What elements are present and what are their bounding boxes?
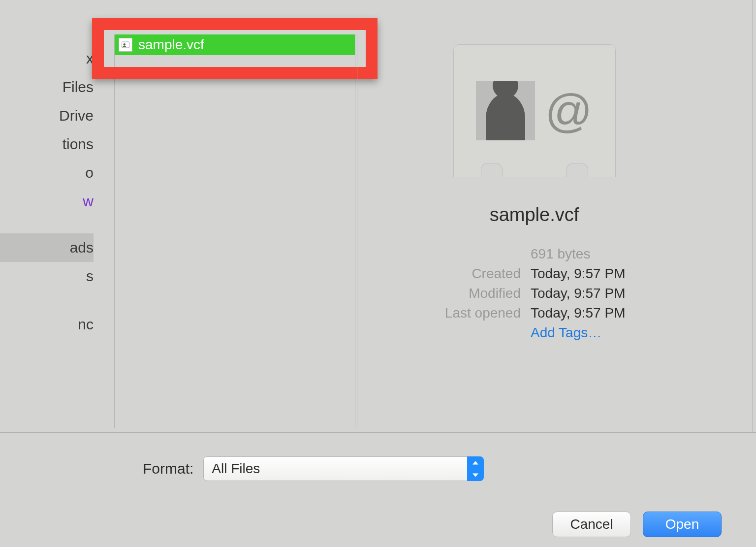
annotation-highlight bbox=[92, 18, 378, 79]
format-select[interactable]: All Files bbox=[203, 456, 484, 481]
vcf-preview-icon: @ bbox=[453, 44, 616, 177]
preview-panel: @ sample.vcf 691 bytes Created Today, 9:… bbox=[357, 34, 711, 428]
sidebar-item-0[interactable]: x bbox=[0, 44, 94, 73]
created-value: Today, 9:57 PM bbox=[531, 266, 644, 282]
add-tags-link[interactable]: Add Tags… bbox=[531, 325, 644, 341]
dialog-actions: Cancel Open bbox=[552, 512, 722, 537]
preview-filename: sample.vcf bbox=[490, 204, 579, 225]
open-dialog: x Files Drive tions o w ads s nc sample.… bbox=[0, 0, 756, 547]
format-row: Format: All Files bbox=[143, 456, 484, 481]
sidebar-item-1[interactable]: Files bbox=[0, 73, 94, 101]
modified-value: Today, 9:57 PM bbox=[531, 286, 644, 301]
modified-label: Modified bbox=[425, 286, 521, 301]
lastopened-label: Last opened bbox=[425, 305, 521, 321]
at-sign-icon: @ bbox=[545, 84, 592, 138]
file-list-column: sample.vcf bbox=[114, 34, 355, 428]
lastopened-value: Today, 9:57 PM bbox=[531, 305, 644, 321]
sidebar-item-6[interactable]: ads bbox=[0, 233, 94, 262]
sidebar-item-8[interactable]: nc bbox=[0, 310, 94, 339]
sidebar-item-4[interactable]: o bbox=[0, 159, 94, 187]
person-silhouette-icon bbox=[476, 81, 535, 140]
sidebar-item-2[interactable]: Drive bbox=[0, 101, 94, 130]
sidebar-item-7[interactable]: s bbox=[0, 262, 94, 290]
select-stepper-icon[interactable] bbox=[467, 456, 484, 481]
format-value: All Files bbox=[212, 461, 260, 477]
sidebar-item-5[interactable]: w bbox=[0, 187, 94, 216]
file-size: 691 bytes bbox=[531, 246, 644, 262]
format-label: Format: bbox=[143, 460, 193, 477]
open-button[interactable]: Open bbox=[643, 512, 722, 537]
cancel-button[interactable]: Cancel bbox=[552, 512, 631, 537]
preview-metadata: 691 bytes Created Today, 9:57 PM Modifie… bbox=[425, 246, 644, 341]
sidebar: x Files Drive tions o w ads s nc bbox=[0, 44, 94, 339]
bottom-bar: Format: All Files Cancel Open bbox=[0, 432, 756, 547]
sidebar-item-3[interactable]: tions bbox=[0, 130, 94, 159]
created-label: Created bbox=[425, 266, 521, 282]
right-edge-divider bbox=[752, 0, 756, 432]
